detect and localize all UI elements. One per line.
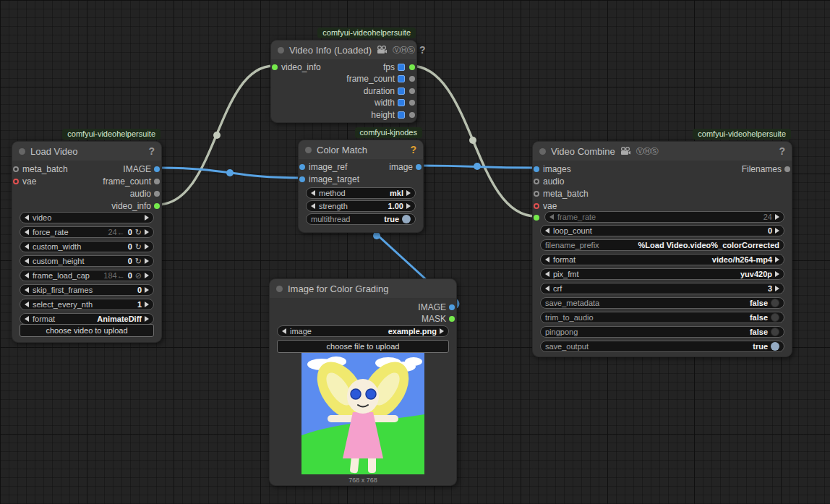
node-video-combine[interactable]: comfyui-videohelpersuite Video Combine Ⓥ… xyxy=(532,141,792,357)
output-slot-fps[interactable] xyxy=(409,64,415,70)
increment-arrow-icon[interactable] xyxy=(775,228,779,234)
decrement-arrow-icon[interactable] xyxy=(311,203,315,209)
widget-loop-count[interactable]: loop_count 0 xyxy=(540,225,784,236)
widget-save-output-toggle[interactable]: save_output true xyxy=(540,341,784,352)
convert-widget-square-icon[interactable] xyxy=(398,99,405,106)
help-icon[interactable]: ? xyxy=(419,44,426,56)
input-slot-vae[interactable] xyxy=(534,203,539,209)
reset-icon[interactable]: ↻ xyxy=(135,228,142,237)
output-slot-image[interactable] xyxy=(449,304,455,310)
decrement-arrow-icon[interactable] xyxy=(549,214,554,220)
input-slot-images[interactable] xyxy=(534,166,539,172)
widget-crf[interactable]: crf 3 xyxy=(540,283,784,294)
decrement-arrow-icon[interactable] xyxy=(545,228,549,234)
combo-left-arrow-icon[interactable] xyxy=(25,316,29,322)
output-slot-duration[interactable] xyxy=(409,88,415,94)
decrement-arrow-icon[interactable] xyxy=(25,273,29,278)
output-slot-height[interactable] xyxy=(409,112,415,118)
combo-right-arrow-icon[interactable] xyxy=(775,271,779,277)
input-slot-image-target[interactable] xyxy=(299,176,305,182)
output-slot-filenames[interactable] xyxy=(784,166,790,172)
node-video-info[interactable]: comfyui-videohelpersuite Video Info (Loa… xyxy=(270,40,417,123)
choose-video-button[interactable]: choose video to upload xyxy=(20,324,154,337)
decrement-arrow-icon[interactable] xyxy=(545,286,549,291)
widget-custom-height[interactable]: custom_height 0 ↻ xyxy=(20,255,154,267)
increment-arrow-icon[interactable] xyxy=(145,258,149,264)
output-slot-mask[interactable] xyxy=(449,316,455,322)
collapse-dot-icon[interactable] xyxy=(278,47,284,54)
node-color-match[interactable]: comfyui-kjnodes Color Match ? image_ref … xyxy=(298,140,424,233)
combo-right-arrow-icon[interactable] xyxy=(775,257,779,262)
widget-video[interactable]: video xyxy=(20,212,154,223)
combo-right-arrow-icon[interactable] xyxy=(406,190,411,196)
widget-format[interactable]: format AnimateDiff xyxy=(20,313,154,325)
node-title-bar[interactable]: Load Video ? xyxy=(12,142,161,161)
widget-frame-rate-converted[interactable]: frame_rate 24 xyxy=(544,211,784,223)
widget-strength[interactable]: strength 1.00 xyxy=(306,200,416,212)
node-load-video[interactable]: comfyui-videohelpersuite Load Video ? me… xyxy=(12,141,162,343)
node-title-bar[interactable]: Video Combine ⓋⒽⓈ ? xyxy=(533,142,792,161)
widget-select-every-nth[interactable]: select_every_nth 1 xyxy=(20,299,154,310)
choose-file-button[interactable]: choose file to upload xyxy=(277,340,449,353)
node-image-for-color-grading[interactable]: Image for Color Grading IMAGE MASK image… xyxy=(269,278,457,486)
decrement-arrow-icon[interactable] xyxy=(25,244,29,249)
collapse-dot-icon[interactable] xyxy=(276,286,283,292)
convert-widget-square-icon[interactable] xyxy=(398,87,405,95)
widget-format[interactable]: format video/h264-mp4 xyxy=(540,254,784,265)
help-icon[interactable]: ? xyxy=(779,145,785,157)
widget-filename-prefix[interactable]: filename_prefix %Load Video.video%_color… xyxy=(540,239,784,251)
output-slot-image[interactable] xyxy=(154,166,160,172)
widget-force-rate[interactable]: force_rate 24← 0 ↻ xyxy=(20,226,154,238)
collapse-dot-icon[interactable] xyxy=(305,147,312,153)
reset-icon[interactable]: ↻ xyxy=(135,257,142,266)
decrement-arrow-icon[interactable] xyxy=(25,302,29,307)
combo-left-arrow-icon[interactable] xyxy=(545,257,549,262)
decrement-arrow-icon[interactable] xyxy=(25,287,29,293)
increment-arrow-icon[interactable] xyxy=(145,273,149,278)
output-slot-audio[interactable] xyxy=(154,191,160,197)
increment-arrow-icon[interactable] xyxy=(406,203,411,209)
help-icon[interactable]: ? xyxy=(410,144,416,155)
decrement-arrow-icon[interactable] xyxy=(25,229,29,235)
toggle-on-icon[interactable] xyxy=(402,215,411,223)
increment-arrow-icon[interactable] xyxy=(145,302,149,307)
node-title-bar[interactable]: Video Info (Loaded) ⓋⒽⓈ ? xyxy=(271,40,416,59)
collapse-dot-icon[interactable] xyxy=(539,148,546,155)
increment-arrow-icon[interactable] xyxy=(145,229,149,235)
output-slot-video-info[interactable] xyxy=(154,203,160,209)
widget-method[interactable]: method mkl xyxy=(306,187,416,199)
widget-skip-first-frames[interactable]: skip_first_frames 0 xyxy=(20,284,154,296)
link-image-images-center-dot[interactable] xyxy=(474,163,481,170)
widget-frame-load-cap[interactable]: frame_load_cap 184← 0 ⊘ xyxy=(20,270,154,281)
input-slot-meta-batch[interactable] xyxy=(13,166,19,172)
combo-right-arrow-icon[interactable] xyxy=(145,316,149,322)
increment-arrow-icon[interactable] xyxy=(145,244,149,249)
input-slot-vae[interactable] xyxy=(13,179,19,184)
link-videoinfo-center-dot[interactable] xyxy=(213,132,221,139)
widget-save-metadata-toggle[interactable]: save_metadata false xyxy=(540,297,784,309)
toggle-off-icon[interactable] xyxy=(771,313,779,322)
combo-right-arrow-icon[interactable] xyxy=(145,215,149,221)
combo-left-arrow-icon[interactable] xyxy=(545,271,549,277)
reset-icon[interactable]: ↻ xyxy=(135,242,142,252)
combo-left-arrow-icon[interactable] xyxy=(282,328,286,334)
output-slot-width[interactable] xyxy=(409,100,415,106)
output-slot-frame-count[interactable] xyxy=(154,179,160,184)
link-image-ref-center-dot[interactable] xyxy=(373,232,380,239)
input-slot-frame-rate[interactable] xyxy=(534,215,539,221)
input-slot-image-ref[interactable] xyxy=(299,164,305,170)
widget-pingpong-toggle[interactable]: pingpong false xyxy=(540,326,784,338)
combo-left-arrow-icon[interactable] xyxy=(311,190,315,196)
combo-left-arrow-icon[interactable] xyxy=(25,215,29,221)
output-slot-image[interactable] xyxy=(416,164,422,170)
input-slot-audio[interactable] xyxy=(534,179,539,184)
output-slot-frame-count[interactable] xyxy=(409,76,415,82)
node-title-bar[interactable]: Color Match ? xyxy=(299,140,423,159)
node-graph-canvas[interactable]: { "colors": { "link_image": "#58a3e4", "… xyxy=(0,0,830,504)
widget-trim-to-audio-toggle[interactable]: trim_to_audio false xyxy=(540,312,784,323)
widget-pix-fmt[interactable]: pix_fmt yuv420p xyxy=(540,268,784,280)
decrement-arrow-icon[interactable] xyxy=(25,258,29,264)
input-slot-meta-batch[interactable] xyxy=(534,191,539,197)
link-fps-center-dot[interactable] xyxy=(469,137,476,144)
increment-arrow-icon[interactable] xyxy=(775,286,779,291)
